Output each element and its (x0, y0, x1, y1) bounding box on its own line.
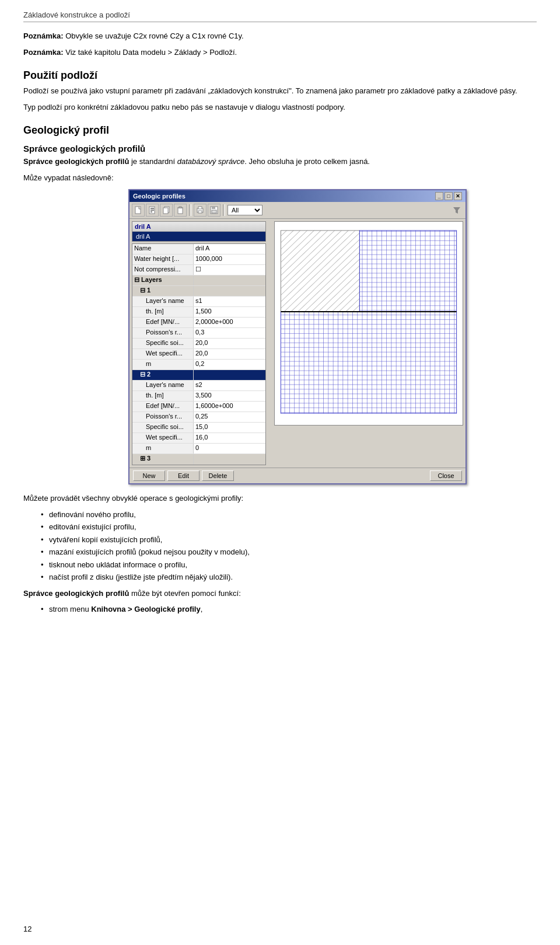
footer-left-buttons: New Edit Delete (133, 470, 234, 481)
func-bullet-item: strom menu Knihovna > Geologické profily… (41, 604, 537, 615)
prop-val: 0,25 (194, 412, 265, 422)
toolbar-print-icon[interactable] (194, 204, 206, 217)
prop-row[interactable]: ⊟ 1 (132, 286, 265, 297)
edit-button[interactable]: Edit (167, 470, 200, 481)
prop-val: 1,6000e+000 (194, 402, 265, 412)
toolbar-copy-icon[interactable] (160, 204, 173, 217)
toolbar-delete-icon[interactable] (174, 204, 187, 217)
prop-row[interactable]: Poisson's r...0,3 (132, 328, 265, 339)
prop-row[interactable]: ⊞ 3 (132, 454, 265, 465)
note2-para: Poznámka: Viz také kapitolu Data modelu … (23, 47, 537, 58)
prop-row[interactable]: Specific soi...20,0 (132, 339, 265, 349)
svg-rect-15 (212, 210, 216, 213)
prop-key: ⊟ Layers (132, 276, 194, 285)
section-intro-rest: je standardní (129, 157, 177, 166)
close-dialog-button[interactable]: Close (430, 470, 462, 481)
prop-row[interactable]: ⊟ 2 (132, 370, 265, 381)
prop-val (194, 454, 265, 465)
prop-key: ⊟ 1 (132, 286, 194, 296)
prop-key: Layer's name (132, 297, 194, 306)
prop-key: Specific soi... (132, 423, 194, 433)
prop-row[interactable]: m0,2 (132, 360, 265, 370)
svg-rect-21 (281, 231, 359, 312)
prop-row[interactable]: Layer's names1 (132, 297, 265, 307)
svg-rect-7 (178, 208, 183, 214)
toolbar-new-icon[interactable] (132, 204, 145, 217)
visualization-panel (274, 221, 463, 465)
prop-val: 16,0 (194, 433, 265, 443)
func-end: , (201, 605, 203, 613)
prop-row[interactable]: Wet specifi...16,0 (132, 433, 265, 444)
close-button[interactable]: ✕ (454, 192, 462, 200)
minimize-button[interactable]: _ (435, 192, 443, 200)
prop-row[interactable]: m0 (132, 444, 265, 454)
dialog-wrapper: Geologic profiles _ □ ✕ (58, 189, 537, 484)
toolbar-sep2 (223, 204, 225, 216)
bullet-item: mazání existujících profilů (pokud nejso… (41, 546, 537, 558)
prop-val: 1,500 (194, 307, 265, 317)
bottom-intro: Můžete provádět všechny obvyklé operace … (23, 493, 537, 504)
para1: Podloží se používá jako vstupní parametr… (23, 85, 537, 97)
delete-button[interactable]: Delete (202, 470, 234, 481)
para2: Typ podloží pro konkrétní základovou pat… (23, 102, 537, 113)
prop-key: Poisson's r... (132, 328, 194, 338)
properties-grid: Namedril AWater height [...1000,000Not c… (132, 243, 266, 465)
bullet-list: definování nového profilu,editování exis… (41, 509, 537, 583)
note1-label: Poznámka: (23, 32, 64, 40)
prop-row[interactable]: Water height [...1000,000 (132, 254, 265, 265)
muze-text: Může vypadat následovně: (23, 172, 537, 184)
func-bullet-text: strom menu (49, 605, 91, 613)
prop-row[interactable]: Not compressi...☐ (132, 265, 265, 276)
prop-row[interactable]: Specific soi...15,0 (132, 423, 265, 433)
prop-val: 1000,000 (194, 254, 265, 264)
prop-val (194, 286, 265, 296)
prop-val: 0,2 (194, 360, 265, 369)
bullet-item: načíst profil z disku (jestliže jste pře… (41, 571, 537, 583)
prop-row[interactable]: Wet specifi...20,0 (132, 349, 265, 360)
section-h3: Správce geologických profilů (23, 144, 537, 154)
prop-row[interactable]: Layer's names2 (132, 381, 265, 391)
prop-val: s2 (194, 381, 265, 390)
profile-list: dril A dril A (132, 221, 266, 242)
list-item[interactable]: dril A (132, 232, 265, 241)
prop-val (194, 276, 265, 285)
dialog-footer: New Edit Delete Close (130, 468, 466, 483)
svg-rect-11 (198, 207, 202, 209)
prop-row[interactable]: Namedril A (132, 244, 265, 254)
dialog-body: dril A dril A Namedril AWater height [..… (130, 219, 466, 468)
svg-rect-12 (198, 211, 202, 213)
maximize-button[interactable]: □ (444, 192, 453, 200)
prop-key: Water height [... (132, 254, 194, 264)
prop-row[interactable]: Poisson's r...0,25 (132, 412, 265, 423)
section-intro: Správce geologických profilů je standard… (23, 156, 537, 168)
dialog-titlebar-buttons: _ □ ✕ (435, 192, 462, 200)
prop-key: m (132, 360, 194, 369)
outro-rest: může být otevřen pomocí funkcí: (129, 589, 240, 598)
prop-val: s1 (194, 297, 265, 306)
section-intro-end: . Jeho obsluha je proto celkem jasná. (244, 157, 370, 166)
outro-bold: Správce geologických profilů (23, 589, 129, 598)
svg-rect-23 (281, 312, 456, 413)
prop-key: Name (132, 244, 194, 254)
svg-rect-22 (359, 231, 456, 312)
new-button[interactable]: New (133, 470, 165, 481)
prop-row[interactable]: th. [m]3,500 (132, 391, 265, 402)
prop-key: Layer's name (132, 381, 194, 390)
prop-row[interactable]: ⊟ Layers (132, 276, 265, 286)
toolbar-save-icon[interactable] (208, 204, 220, 217)
svg-marker-16 (453, 207, 460, 214)
toolbar-filter-icon[interactable] (450, 204, 463, 217)
toolbar-filter-combo[interactable]: All (228, 205, 262, 215)
prop-key: Wet specifi... (132, 433, 194, 443)
prop-val: dril A (194, 244, 265, 254)
section-title-podlozi: Použití podloží (23, 69, 537, 82)
prop-val: 20,0 (194, 339, 265, 348)
prop-row[interactable]: Edef [MN/...1,6000e+000 (132, 402, 265, 412)
note2-text: Viz také kapitolu Data modelu > Základy … (64, 48, 237, 57)
prop-key: Poisson's r... (132, 412, 194, 422)
prop-row[interactable]: Edef [MN/...2,0000e+000 (132, 318, 265, 328)
bullet-item: vytváření kopií existujících profilů, (41, 534, 537, 546)
toolbar-edit-icon[interactable] (146, 204, 159, 217)
prop-key: ⊞ 3 (132, 454, 194, 465)
prop-row[interactable]: th. [m]1,500 (132, 307, 265, 318)
